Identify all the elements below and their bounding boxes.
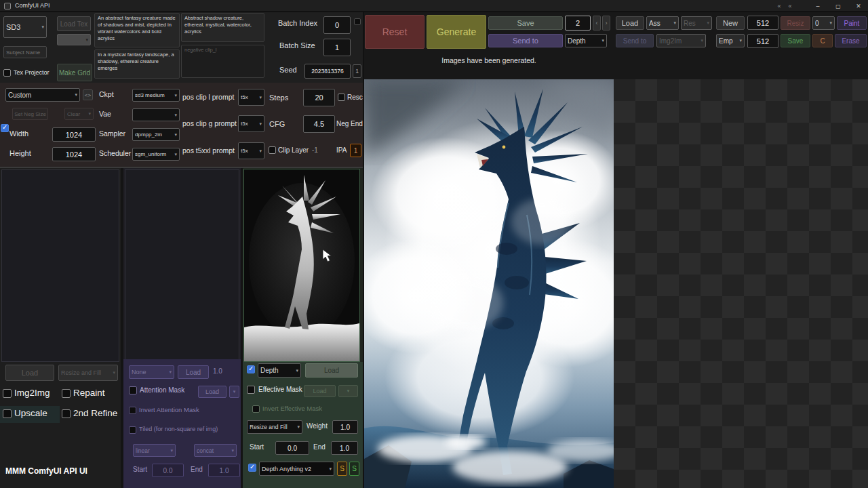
cfg-input[interactable]	[303, 115, 335, 133]
subject-name-input[interactable]	[3, 46, 47, 58]
control-resize-mode-select[interactable]: Resize and Fill ▾	[247, 420, 302, 434]
layer-index-select[interactable]: 0 ▾	[812, 16, 835, 30]
seed-input[interactable]	[304, 64, 351, 79]
load-tex-button[interactable]: Load Tex	[57, 16, 91, 31]
clip-layer-checkbox[interactable]	[269, 146, 276, 154]
effective-mask-source-select[interactable]: ▾	[338, 385, 358, 397]
canvas-width-input[interactable]	[747, 16, 778, 30]
scheduler-select[interactable]: sgm_uniform ▾	[132, 148, 180, 161]
send-to-2-button[interactable]: Send to	[616, 34, 654, 47]
generated-image[interactable]	[364, 79, 614, 488]
prompt-negative-textarea[interactable]: negative clip_l	[181, 45, 264, 78]
batch-index-input[interactable]	[323, 16, 351, 34]
close-button[interactable]: ✕	[849, 0, 868, 12]
resize-button[interactable]: Resiz	[781, 16, 810, 30]
collapse-left-icon-2[interactable]: «	[785, 0, 795, 12]
preprocessor-enable-checkbox[interactable]	[248, 464, 256, 472]
res-select[interactable]: Res ▾	[681, 16, 712, 30]
slot-index-input[interactable]	[565, 16, 591, 30]
ckpt-select[interactable]: sd3 medium ▾	[132, 89, 180, 102]
tiled-checkbox[interactable]	[129, 426, 136, 434]
width-input[interactable]	[52, 127, 96, 142]
control-end-input[interactable]	[331, 441, 358, 455]
ref-model-select[interactable]: None ▾	[129, 365, 174, 379]
paint-button[interactable]: Paint	[837, 16, 867, 30]
second-refine-checkbox[interactable]	[62, 409, 71, 418]
crop-button[interactable]: C	[812, 34, 833, 47]
load-image-button[interactable]: Load	[616, 16, 644, 30]
preprocessor-select[interactable]: Depth Anything v2 ▾	[259, 462, 334, 476]
maximize-button[interactable]: ▢	[829, 0, 848, 12]
attention-mask-source-select[interactable]: ▾	[229, 386, 239, 398]
height-label: Height	[9, 149, 31, 157]
aspect-ratio-select[interactable]: Custom ▾	[5, 88, 80, 102]
pos-t5xxl-source-select[interactable]: t5x ▾	[238, 142, 264, 159]
size-link-checkbox[interactable]	[1, 124, 9, 132]
control-weight-input[interactable]	[332, 420, 358, 434]
collapse-left-icon[interactable]: «	[774, 0, 784, 12]
control-enable-checkbox[interactable]	[247, 365, 255, 373]
control-send-s-button[interactable]: S	[349, 462, 359, 476]
prompt-t5xxl-textarea[interactable]: In a mystical fantasy landscape, a shado…	[94, 49, 180, 79]
weight-type-select[interactable]: linear ▾	[133, 444, 176, 457]
img2img-resize-mode-select[interactable]: Resize and Fill ▾	[58, 365, 118, 381]
make-grid-button[interactable]: Make Grid	[57, 64, 92, 81]
ref-image-dropzone[interactable]	[125, 169, 239, 362]
rescale-checkbox[interactable]	[338, 94, 345, 101]
model-select[interactable]: SD3 ▾	[3, 16, 47, 38]
canvas-height-input[interactable]	[747, 34, 778, 48]
minimize-button[interactable]: –	[808, 0, 827, 12]
steps-input[interactable]	[303, 89, 335, 106]
height-input[interactable]	[52, 147, 96, 161]
attention-mask-checkbox[interactable]	[129, 386, 137, 394]
assemble-select[interactable]: Ass ▾	[646, 16, 679, 30]
batch-aux-checkbox[interactable]	[354, 18, 361, 25]
attention-mask-load-button[interactable]: Load	[198, 386, 226, 398]
effective-mask-load-button[interactable]: Load	[304, 385, 336, 397]
seed-step-box[interactable]: 1	[353, 64, 361, 78]
repaint-checkbox[interactable]	[62, 389, 71, 398]
ipa-value-box[interactable]: 1	[350, 144, 361, 157]
control-load-button[interactable]: Load	[305, 363, 358, 378]
reset-button[interactable]: Reset	[365, 15, 425, 49]
control-save-s-button[interactable]: S	[337, 462, 347, 476]
clear-select[interactable]: Clear ▾	[64, 108, 94, 120]
pos-clip-g-source-select[interactable]: t5x ▾	[238, 115, 264, 132]
prompt-clip-g-textarea[interactable]: Abstract shadow creature, ethereal, myst…	[181, 13, 264, 42]
set-neg-size-button[interactable]: Set Neg Size	[12, 108, 48, 120]
control-type-select[interactable]: Depth ▾	[258, 363, 301, 378]
generate-button[interactable]: Generate	[427, 15, 486, 49]
img2img-target-select[interactable]: Img2Im ▾	[656, 34, 706, 47]
combine-method-select[interactable]: concat ▾	[194, 444, 237, 457]
new-canvas-button[interactable]: New	[716, 16, 745, 30]
img2img-checkbox[interactable]	[3, 389, 12, 398]
empty-canvas-select[interactable]: Emp ▾	[716, 34, 745, 47]
control-start-input[interactable]	[275, 441, 309, 455]
send-to-button[interactable]: Send to	[488, 34, 563, 47]
effective-mask-checkbox[interactable]	[247, 386, 255, 394]
tex-projector-checkbox[interactable]	[3, 69, 11, 77]
ref-start-input[interactable]	[152, 464, 184, 477]
view-mode-select[interactable]: Depth ▾	[565, 34, 607, 47]
invert-attention-mask-checkbox[interactable]	[129, 407, 136, 414]
swap-dimensions-button[interactable]: <>	[83, 89, 93, 100]
sampler-select[interactable]: dpmpp_2m ▾	[132, 128, 180, 141]
upscale-checkbox[interactable]	[3, 409, 12, 418]
ref-load-button[interactable]: Load	[178, 365, 209, 379]
pos-clip-g-source-value: t5x	[241, 121, 258, 127]
erase-button[interactable]: Erase	[835, 34, 867, 47]
save-button[interactable]: Save	[488, 16, 563, 30]
tex-image-select[interactable]: ▾	[57, 34, 91, 45]
img2img-image-dropzone[interactable]	[1, 169, 119, 362]
depth-preview-image[interactable]	[244, 169, 359, 361]
pos-clip-l-source-select[interactable]: t5x ▾	[238, 89, 264, 106]
prompt-clip-l-textarea[interactable]: An abstract fantasy creature made of sha…	[94, 13, 180, 47]
save-canvas-button[interactable]: Save	[781, 34, 810, 47]
vae-select[interactable]: ▾	[132, 108, 180, 121]
batch-size-input[interactable]	[323, 39, 351, 56]
img2img-load-button[interactable]: Load	[5, 365, 54, 381]
prev-slot-button[interactable]: ‹	[593, 16, 601, 30]
ref-end-input[interactable]	[208, 464, 240, 477]
next-slot-button[interactable]: ›	[602, 16, 610, 30]
invert-effective-mask-checkbox[interactable]	[252, 405, 260, 413]
